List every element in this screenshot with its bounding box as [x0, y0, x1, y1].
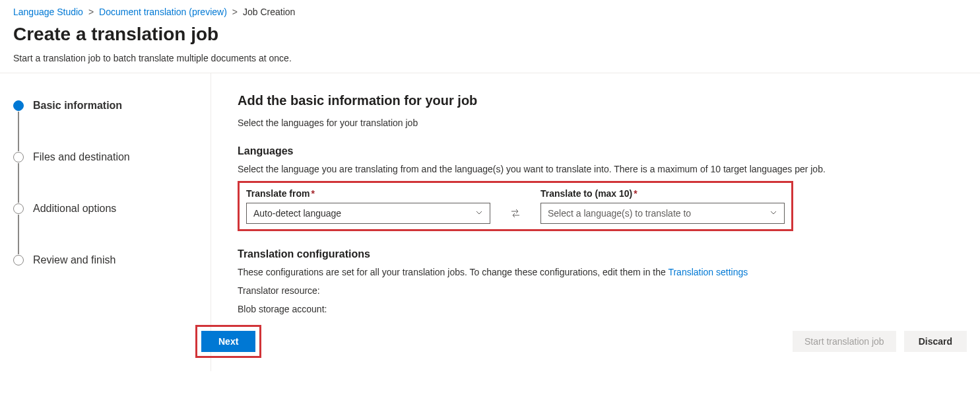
languages-highlight-box: Translate from* Auto-detect language Tr [238, 181, 793, 231]
required-asterisk: * [311, 188, 314, 199]
step-label: Review and finish [33, 254, 115, 266]
translate-from-group: Translate from* Auto-detect language [246, 188, 490, 224]
step-additional-options[interactable]: Additional options [13, 203, 197, 215]
chevron-down-icon [769, 208, 777, 219]
footer-actions: Next Start translation job Discard [238, 325, 973, 358]
breadcrumb: Language Studio > Document translation (… [0, 0, 980, 20]
breadcrumb-link-language-studio[interactable]: Language Studio [13, 7, 83, 17]
breadcrumb-current: Job Creation [243, 7, 295, 17]
step-label: Additional options [33, 203, 116, 215]
config-desc-text: These configurations are set for all you… [238, 267, 668, 277]
next-button[interactable]: Next [201, 331, 255, 352]
translate-from-label: Translate from* [246, 188, 490, 199]
step-connector [18, 112, 19, 151]
translate-from-dropdown[interactable]: Auto-detect language [246, 203, 490, 224]
swap-icon [510, 208, 521, 219]
step-bullet-icon [13, 203, 24, 214]
section-heading: Add the basic information for your job [238, 93, 973, 108]
label-text: Translate to (max 10) [540, 188, 632, 199]
chevron-down-icon [475, 208, 483, 219]
step-review-and-finish[interactable]: Review and finish [13, 254, 197, 266]
breadcrumb-link-document-translation[interactable]: Document translation (preview) [99, 7, 227, 17]
translate-to-dropdown[interactable]: Select a language(s) to translate to [540, 203, 785, 224]
translation-settings-link[interactable]: Translation settings [668, 267, 748, 277]
label-text: Translate from [246, 188, 310, 199]
config-desc: These configurations are set for all you… [238, 267, 973, 277]
step-bullet-icon [13, 255, 24, 265]
wizard-steps-sidebar: Basic information Files and destination … [0, 73, 211, 371]
start-translation-job-button: Start translation job [793, 331, 896, 352]
blob-storage-label: Blob storage account: [238, 304, 973, 314]
languages-desc: Select the language you are translating … [238, 164, 973, 174]
dropdown-value: Auto-detect language [253, 208, 341, 219]
step-connector [18, 215, 19, 254]
page-title: Create a translation job [13, 24, 967, 45]
page-subtitle: Start a translation job to batch transla… [13, 53, 967, 63]
step-files-and-destination[interactable]: Files and destination [13, 151, 197, 163]
translator-resource-label: Translator resource: [238, 285, 973, 296]
config-heading: Translation configurations [238, 248, 973, 260]
step-bullet-icon [13, 152, 24, 162]
next-highlight-box: Next [195, 325, 261, 358]
chevron-right-icon: > [88, 7, 94, 17]
discard-button[interactable]: Discard [904, 331, 967, 352]
section-sub: Select the languages for your translatio… [238, 118, 973, 128]
main-content: Add the basic information for your job S… [211, 73, 980, 371]
translate-to-label: Translate to (max 10)* [540, 188, 785, 199]
swap-languages-button[interactable] [505, 203, 526, 224]
step-label: Basic information [33, 100, 122, 112]
translate-to-group: Translate to (max 10)* Select a language… [540, 188, 785, 224]
step-basic-information[interactable]: Basic information [13, 100, 197, 112]
required-asterisk: * [634, 188, 637, 199]
step-bullet-icon [13, 100, 24, 111]
dropdown-placeholder: Select a language(s) to translate to [548, 208, 691, 219]
chevron-right-icon: > [232, 7, 238, 17]
step-label: Files and destination [33, 151, 130, 163]
step-connector [18, 163, 19, 203]
languages-heading: Languages [238, 145, 973, 157]
